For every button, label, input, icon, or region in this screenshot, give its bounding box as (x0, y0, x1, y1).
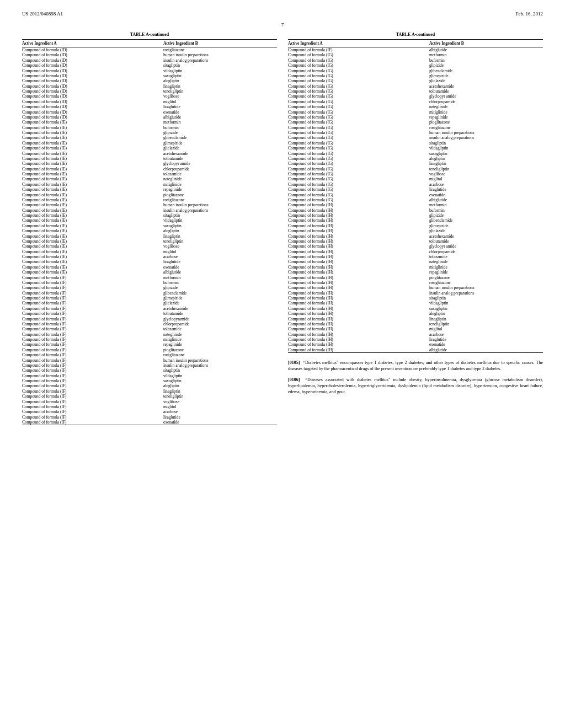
cell-ingredient-a: Compound of formula (IE) (22, 187, 161, 192)
cell-ingredient-a: Compound of formula (IE) (22, 202, 161, 207)
cell-ingredient-b: exenatide (429, 192, 543, 197)
cell-ingredient-b: saxagliptin (429, 306, 543, 311)
cell-ingredient-a: Compound of formula (IE) (22, 218, 161, 223)
cell-ingredient-b: glipizide (429, 63, 543, 68)
table-row: Compound of formula (IH)exenatide (288, 342, 543, 347)
cell-ingredient-b: saxagliptin (163, 223, 277, 228)
table-row: Compound of formula (IG)glipizide (288, 63, 543, 68)
cell-ingredient-a: Compound of formula (IF) (22, 404, 161, 409)
table-row: Compound of formula (IG)chlorpropamide (288, 99, 543, 104)
cell-ingredient-b: acetohexamide (429, 84, 543, 89)
cell-ingredient-a: Compound of formula (IE) (22, 125, 161, 130)
cell-ingredient-a: Compound of formula (IH) (288, 332, 427, 337)
table-row: Compound of formula (ID)voglibose (22, 94, 277, 99)
cell-ingredient-b: liraglutide (163, 104, 277, 109)
cell-ingredient-b: alogliptin (429, 311, 543, 316)
table-row: Compound of formula (ID)liraglutide (22, 104, 277, 109)
cell-ingredient-a: Compound of formula (IF) (22, 280, 161, 285)
table-row: Compound of formula (IH)buformin (288, 208, 543, 213)
cell-ingredient-a: Compound of formula (IF) (22, 296, 161, 301)
left-col-b-header: Active Ingredient B (163, 41, 277, 46)
cell-ingredient-b: mitiglinide (163, 182, 277, 187)
cell-ingredient-b: rosiglitazone (163, 197, 277, 202)
cell-ingredient-a: Compound of formula (IF) (288, 47, 427, 52)
table-row: Compound of formula (IE)repaglinide (22, 187, 277, 192)
table-row: Compound of formula (IE)insulin analog p… (22, 208, 277, 213)
cell-ingredient-b: liraglutide (163, 415, 277, 420)
cell-ingredient-b: glipizide (163, 130, 277, 135)
cell-ingredient-b: miglitol (429, 326, 543, 331)
table-row: Compound of formula (IF)miglitol (22, 404, 277, 409)
table-row: Compound of formula (ID)teneligliptin (22, 89, 277, 94)
cell-ingredient-a: Compound of formula (IE) (22, 244, 161, 249)
cell-ingredient-b: metformin (429, 202, 543, 207)
cell-ingredient-a: Compound of formula (IG) (288, 167, 427, 172)
cell-ingredient-a: Compound of formula (ID) (22, 94, 161, 99)
cell-ingredient-b: teneligliptin (163, 394, 277, 399)
cell-ingredient-a: Compound of formula (IF) (22, 352, 161, 357)
table-row: Compound of formula (ID)insulin analog p… (22, 58, 277, 63)
cell-ingredient-a: Compound of formula (IG) (288, 161, 427, 166)
cell-ingredient-a: Compound of formula (IF) (22, 301, 161, 306)
cell-ingredient-b: chlorpropamide (429, 99, 543, 104)
page-number: 7 (22, 22, 543, 28)
table-row: Compound of formula (IH)tolazamide (288, 254, 543, 259)
cell-ingredient-a: Compound of formula (IE) (22, 213, 161, 218)
table-row: Compound of formula (IG)glyclopyr amide (288, 94, 543, 99)
cell-ingredient-b: chlorpropamide (163, 322, 277, 326)
cell-ingredient-a: Compound of formula (IE) (22, 176, 161, 181)
table-row: Compound of formula (IE)gliclazide (22, 146, 277, 151)
table-row: Compound of formula (IF)exenatide (22, 420, 277, 425)
table-row: Compound of formula (IH)metformin (288, 202, 543, 207)
cell-ingredient-a: Compound of formula (IE) (22, 130, 161, 135)
cell-ingredient-b: gliclazide (429, 228, 543, 233)
table-row: Compound of formula (IF)gliclazide (22, 301, 277, 306)
cell-ingredient-a: Compound of formula (IH) (288, 218, 427, 223)
cell-ingredient-a: Compound of formula (IH) (288, 280, 427, 285)
table-row: Compound of formula (IH)saxagliptin (288, 306, 543, 311)
bottom-section: [0105] “Diabetes mellitus” encompasses t… (288, 360, 543, 395)
cell-ingredient-b: glyclopyr amide (429, 94, 543, 99)
table-row: Compound of formula (IF)buformin (22, 280, 277, 285)
cell-ingredient-a: Compound of formula (IF) (22, 275, 161, 280)
cell-ingredient-a: Compound of formula (ID) (22, 84, 161, 89)
cell-ingredient-a: Compound of formula (IG) (288, 156, 427, 161)
table-row: Compound of formula (IE)tolbutamide (22, 156, 277, 161)
cell-ingredient-b: sitagliptin (429, 296, 543, 301)
cell-ingredient-a: Compound of formula (IE) (22, 161, 161, 166)
table-row: Compound of formula (IF)human insulin pr… (22, 358, 277, 363)
cell-ingredient-b: albiglutide (429, 47, 543, 52)
cell-ingredient-b: alogliptin (163, 228, 277, 233)
table-row: Compound of formula (IF)chlorpropamide (22, 322, 277, 326)
cell-ingredient-b: acarbose (163, 409, 277, 414)
cell-ingredient-b: insulin analog preparations (429, 135, 543, 140)
table-row: Compound of formula (IG)alogliptin (288, 156, 543, 161)
cell-ingredient-a: Compound of formula (IE) (22, 197, 161, 202)
cell-ingredient-a: Compound of formula (IF) (22, 399, 161, 404)
cell-ingredient-b: miglitol (163, 404, 277, 409)
table-row: Compound of formula (IG)glimepiride (288, 73, 543, 78)
cell-ingredient-b: repaglinide (163, 187, 277, 192)
cell-ingredient-a: Compound of formula (IG) (288, 120, 427, 125)
table-row: Compound of formula (IH)acarbose (288, 332, 543, 337)
cell-ingredient-b: albiglutide (429, 197, 543, 202)
table-row: Compound of formula (IH)human insulin pr… (288, 285, 543, 290)
cell-ingredient-b: glipizide (163, 285, 277, 290)
page-header: US 2012/040898 A1 Feb. 16, 2012 (22, 11, 543, 17)
cell-ingredient-b: mitiglinide (429, 265, 543, 270)
cell-ingredient-a: Compound of formula (IH) (288, 317, 427, 322)
table-row: Compound of formula (IG)metformin (288, 52, 543, 57)
cell-ingredient-b: liraglutide (163, 259, 277, 264)
cell-ingredient-b: saxagliptin (163, 73, 277, 78)
cell-ingredient-a: Compound of formula (IG) (288, 78, 427, 83)
table-row: Compound of formula (IF)metformin (22, 275, 277, 280)
cell-ingredient-b: tolbutamide (163, 156, 277, 161)
cell-ingredient-b: glimepiride (429, 223, 543, 228)
table-row: Compound of formula (IG)glibenclamide (288, 68, 543, 73)
cell-ingredient-a: Compound of formula (IE) (22, 249, 161, 254)
table-row: Compound of formula (IG)saxagliptin (288, 151, 543, 156)
cell-ingredient-a: Compound of formula (IF) (22, 378, 161, 383)
table-row: Compound of formula (IG)buformin (288, 58, 543, 63)
cell-ingredient-a: Compound of formula (IF) (22, 347, 161, 352)
table-row: Compound of formula (ID)rosiglitazone (22, 47, 277, 52)
